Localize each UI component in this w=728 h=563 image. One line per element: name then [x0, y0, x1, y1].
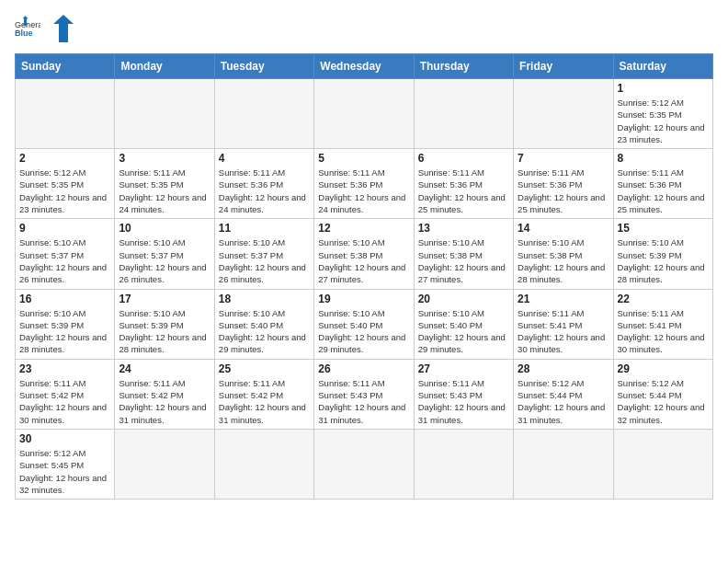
day-number: 6 — [418, 152, 509, 165]
calendar-cell: 3Sunrise: 5:11 AMSunset: 5:35 PMDaylight… — [115, 149, 214, 219]
calendar-cell: 28Sunrise: 5:12 AMSunset: 5:44 PMDayligh… — [514, 359, 613, 429]
day-number: 1 — [618, 82, 709, 95]
day-info: Sunrise: 5:10 AMSunset: 5:40 PMDaylight:… — [418, 307, 509, 356]
day-number: 21 — [518, 293, 609, 305]
calendar-week-row: 9Sunrise: 5:10 AMSunset: 5:37 PMDaylight… — [16, 219, 713, 289]
calendar-cell — [214, 429, 313, 499]
calendar-cell: 29Sunrise: 5:12 AMSunset: 5:44 PMDayligh… — [613, 359, 712, 429]
calendar-cell: 10Sunrise: 5:10 AMSunset: 5:37 PMDayligh… — [115, 219, 214, 289]
calendar-cell — [16, 79, 115, 149]
day-info: Sunrise: 5:11 AMSunset: 5:43 PMDaylight:… — [318, 377, 409, 426]
calendar-week-row: 1Sunrise: 5:12 AMSunset: 5:35 PMDaylight… — [16, 79, 713, 149]
calendar-cell: 9Sunrise: 5:10 AMSunset: 5:37 PMDaylight… — [16, 219, 115, 289]
calendar-cell: 17Sunrise: 5:10 AMSunset: 5:39 PMDayligh… — [115, 289, 214, 359]
day-info: Sunrise: 5:10 AMSunset: 5:38 PMDaylight:… — [518, 236, 609, 285]
calendar-cell — [514, 429, 613, 499]
calendar-cell — [214, 79, 313, 149]
day-info: Sunrise: 5:10 AMSunset: 5:37 PMDaylight:… — [19, 236, 110, 285]
logo-arrow-icon — [53, 15, 74, 42]
day-info: Sunrise: 5:11 AMSunset: 5:41 PMDaylight:… — [618, 307, 709, 356]
calendar-cell: 18Sunrise: 5:10 AMSunset: 5:40 PMDayligh… — [214, 289, 313, 359]
col-header-wednesday: Wednesday — [314, 54, 414, 79]
day-info: Sunrise: 5:11 AMSunset: 5:42 PMDaylight:… — [119, 377, 210, 426]
day-number: 27 — [418, 362, 509, 375]
day-number: 17 — [119, 293, 210, 305]
day-info: Sunrise: 5:10 AMSunset: 5:37 PMDaylight:… — [119, 236, 210, 285]
day-info: Sunrise: 5:11 AMSunset: 5:36 PMDaylight:… — [418, 167, 509, 215]
calendar-week-row: 16Sunrise: 5:10 AMSunset: 5:39 PMDayligh… — [16, 289, 713, 359]
calendar-table: SundayMondayTuesdayWednesdayThursdayFrid… — [15, 53, 713, 500]
calendar-cell: 14Sunrise: 5:10 AMSunset: 5:38 PMDayligh… — [514, 219, 613, 289]
calendar-cell: 30Sunrise: 5:12 AMSunset: 5:45 PMDayligh… — [16, 429, 115, 499]
col-header-thursday: Thursday — [414, 54, 513, 79]
calendar-container: General Blue SundayMondayTuesdayWednesda… — [0, 0, 728, 563]
calendar-cell — [414, 79, 513, 149]
calendar-cell — [414, 429, 513, 499]
calendar-cell: 2Sunrise: 5:12 AMSunset: 5:35 PMDaylight… — [16, 149, 115, 219]
calendar-cell: 12Sunrise: 5:10 AMSunset: 5:38 PMDayligh… — [314, 219, 414, 289]
calendar-cell: 22Sunrise: 5:11 AMSunset: 5:41 PMDayligh… — [613, 289, 712, 359]
day-number: 13 — [418, 222, 509, 235]
col-header-sunday: Sunday — [16, 54, 115, 79]
calendar-cell: 15Sunrise: 5:10 AMSunset: 5:39 PMDayligh… — [613, 219, 712, 289]
day-number: 25 — [219, 362, 310, 375]
day-info: Sunrise: 5:10 AMSunset: 5:39 PMDaylight:… — [618, 236, 709, 285]
day-number: 3 — [119, 152, 210, 165]
day-number: 26 — [318, 362, 409, 375]
day-number: 12 — [318, 222, 409, 235]
day-info: Sunrise: 5:10 AMSunset: 5:37 PMDaylight:… — [219, 236, 310, 285]
day-number: 23 — [19, 362, 110, 375]
day-number: 14 — [518, 222, 609, 235]
day-number: 28 — [518, 362, 609, 375]
day-info: Sunrise: 5:12 AMSunset: 5:44 PMDaylight:… — [518, 377, 609, 426]
day-number: 18 — [219, 293, 310, 305]
day-number: 24 — [119, 362, 210, 375]
day-info: Sunrise: 5:11 AMSunset: 5:35 PMDaylight:… — [119, 167, 210, 215]
col-header-friday: Friday — [514, 54, 613, 79]
day-number: 15 — [618, 222, 709, 235]
calendar-cell — [314, 429, 414, 499]
day-info: Sunrise: 5:11 AMSunset: 5:36 PMDaylight:… — [618, 167, 709, 215]
day-number: 8 — [618, 152, 709, 165]
calendar-week-row: 23Sunrise: 5:11 AMSunset: 5:42 PMDayligh… — [16, 359, 713, 429]
calendar-cell: 23Sunrise: 5:11 AMSunset: 5:42 PMDayligh… — [16, 359, 115, 429]
calendar-cell: 19Sunrise: 5:10 AMSunset: 5:40 PMDayligh… — [314, 289, 414, 359]
calendar-header-row: SundayMondayTuesdayWednesdayThursdayFrid… — [16, 54, 713, 79]
day-number: 16 — [19, 293, 110, 305]
day-info: Sunrise: 5:10 AMSunset: 5:40 PMDaylight:… — [219, 307, 310, 356]
logo-icon: General Blue — [15, 16, 40, 41]
day-number: 20 — [418, 293, 509, 305]
day-number: 19 — [318, 293, 409, 305]
calendar-cell — [115, 79, 214, 149]
calendar-cell — [613, 429, 712, 499]
svg-text:Blue: Blue — [15, 29, 33, 38]
day-info: Sunrise: 5:12 AMSunset: 5:35 PMDaylight:… — [618, 97, 709, 145]
day-number: 30 — [19, 432, 110, 445]
calendar-cell: 21Sunrise: 5:11 AMSunset: 5:41 PMDayligh… — [514, 289, 613, 359]
col-header-tuesday: Tuesday — [214, 54, 313, 79]
calendar-cell: 11Sunrise: 5:10 AMSunset: 5:37 PMDayligh… — [214, 219, 313, 289]
calendar-cell: 4Sunrise: 5:11 AMSunset: 5:36 PMDaylight… — [214, 149, 313, 219]
day-number: 29 — [618, 362, 709, 375]
calendar-cell — [514, 79, 613, 149]
col-header-monday: Monday — [115, 54, 214, 79]
day-number: 9 — [19, 222, 110, 235]
calendar-cell: 6Sunrise: 5:11 AMSunset: 5:36 PMDaylight… — [414, 149, 513, 219]
day-number: 22 — [618, 293, 709, 305]
calendar-cell — [115, 429, 214, 499]
calendar-cell: 13Sunrise: 5:10 AMSunset: 5:38 PMDayligh… — [414, 219, 513, 289]
calendar-cell: 1Sunrise: 5:12 AMSunset: 5:35 PMDaylight… — [613, 79, 712, 149]
day-info: Sunrise: 5:10 AMSunset: 5:40 PMDaylight:… — [318, 307, 409, 356]
day-info: Sunrise: 5:11 AMSunset: 5:36 PMDaylight:… — [518, 167, 609, 215]
calendar-week-row: 2Sunrise: 5:12 AMSunset: 5:35 PMDaylight… — [16, 149, 713, 219]
day-number: 5 — [318, 152, 409, 165]
col-header-saturday: Saturday — [613, 54, 712, 79]
calendar-cell: 16Sunrise: 5:10 AMSunset: 5:39 PMDayligh… — [16, 289, 115, 359]
day-info: Sunrise: 5:11 AMSunset: 5:42 PMDaylight:… — [219, 377, 310, 426]
logo: General Blue — [15, 15, 74, 42]
day-info: Sunrise: 5:11 AMSunset: 5:41 PMDaylight:… — [518, 307, 609, 356]
day-number: 4 — [219, 152, 310, 165]
svg-marker-3 — [53, 15, 74, 42]
day-info: Sunrise: 5:11 AMSunset: 5:36 PMDaylight:… — [219, 167, 310, 215]
calendar-cell: 5Sunrise: 5:11 AMSunset: 5:36 PMDaylight… — [314, 149, 414, 219]
